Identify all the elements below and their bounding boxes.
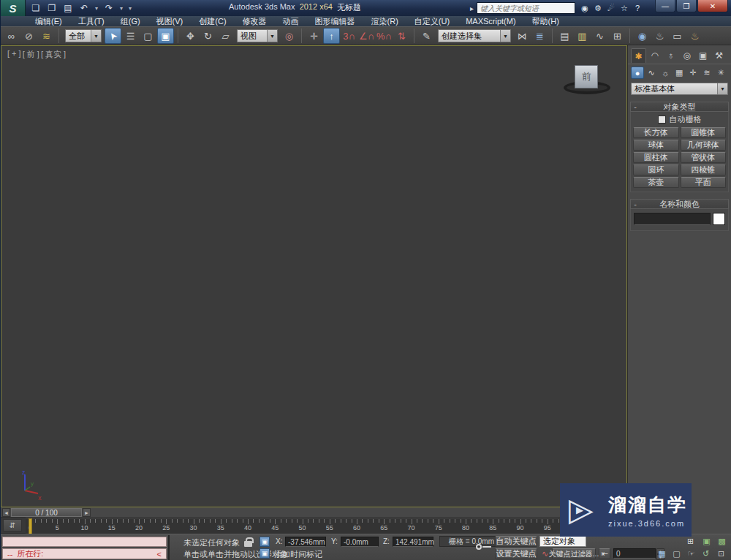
snaps-toggle-icon[interactable]: ↑ xyxy=(323,28,340,44)
schematic-view-icon[interactable]: ⊞ xyxy=(609,28,626,44)
menu-customize[interactable]: 自定义(U) xyxy=(406,16,458,26)
undo-icon[interactable]: ↶ xyxy=(77,1,91,15)
go-to-start-button[interactable]: ⇤ xyxy=(599,548,610,559)
wrench-icon[interactable]: ⚙ xyxy=(591,4,605,13)
current-frame-field[interactable]: 0 xyxy=(613,548,656,559)
communication-center-icon[interactable]: ☄ xyxy=(605,4,618,13)
menu-views[interactable]: 视图(V) xyxy=(148,16,192,26)
key-mode-toggle-icon[interactable]: ▦ xyxy=(656,548,668,559)
zoom-region-icon[interactable]: ▢ xyxy=(670,548,683,559)
set-key-button[interactable]: 设置关键点 xyxy=(495,548,537,559)
previous-frame-button[interactable]: ◄ xyxy=(2,508,10,517)
bind-to-space-warp-icon[interactable]: ≋ xyxy=(38,28,55,44)
selection-lock-icon[interactable] xyxy=(244,541,252,547)
viewport-view-label[interactable]: [ 前 ] xyxy=(23,49,39,60)
primitive-button-cone[interactable]: 圆锥体 xyxy=(681,127,726,138)
tab-hierarchy[interactable]: ♁ xyxy=(663,48,678,63)
menu-maxscript[interactable]: MAXScript(M) xyxy=(458,16,523,26)
rollout-object-type[interactable]: - 对象类型 xyxy=(630,102,729,112)
tab-create[interactable]: ✱ xyxy=(631,48,646,63)
autogrid-checkbox[interactable] xyxy=(658,116,666,124)
primitive-button-tube[interactable]: 管状体 xyxy=(681,152,726,163)
viewcube-cube[interactable]: 前 xyxy=(575,65,598,88)
primitive-button-cylinder[interactable]: 圆柱体 xyxy=(633,152,678,163)
maximize-button[interactable]: ❐ xyxy=(676,0,697,12)
time-slider-handle[interactable]: 0 / 100 xyxy=(11,508,82,517)
zoom-extents-all-icon[interactable]: ▩ xyxy=(716,536,728,547)
x-coord-field[interactable]: -37.546mm xyxy=(285,537,326,547)
favorites-star-icon[interactable]: ☆ xyxy=(618,4,631,13)
viewport[interactable]: [ + ][ 前 ][ 真实 ] 前 z x y xyxy=(1,45,627,507)
select-and-link-icon[interactable]: ∞ xyxy=(3,28,20,44)
primitive-type-combo[interactable]: 标准基本体 ▼ xyxy=(631,83,728,95)
menu-help[interactable]: 帮助(H) xyxy=(524,16,567,26)
viewport-menu-plus[interactable]: [ + ] xyxy=(7,49,21,60)
maxscript-mini-listener[interactable]: -- 所在行: < xyxy=(1,535,170,560)
object-color-swatch[interactable] xyxy=(713,213,725,225)
use-center-icon[interactable]: ◎ xyxy=(281,28,298,44)
close-button[interactable]: ✕ xyxy=(697,0,728,12)
rollout-name-and-color[interactable]: - 名称和颜色 xyxy=(630,199,729,209)
pan-view-icon[interactable]: ☞ xyxy=(685,548,697,559)
new-scene-icon[interactable]: ❏ xyxy=(29,1,43,15)
rectangular-selection-region-icon[interactable]: ▢ xyxy=(140,28,156,44)
select-by-name-icon[interactable]: ☰ xyxy=(122,28,139,44)
listener-field[interactable]: -- 所在行: < xyxy=(2,548,167,559)
save-file-icon[interactable]: ▤ xyxy=(61,1,75,15)
curve-editor-icon[interactable]: ∿ xyxy=(591,28,608,44)
key-filters-button[interactable]: 关键点过滤器... xyxy=(552,548,596,559)
open-mini-curve-editor-button[interactable]: ⇵ xyxy=(3,519,22,531)
window-crossing-icon[interactable]: ▣ xyxy=(157,28,174,44)
render-setup-icon[interactable]: ♨ xyxy=(651,28,668,44)
open-file-icon[interactable]: ❐ xyxy=(45,1,59,15)
primitive-button-teapot[interactable]: 茶壶 xyxy=(633,177,678,188)
zoom-extents-mode-icon[interactable]: ⊞ xyxy=(684,536,697,547)
category-shapes[interactable]: ∿ xyxy=(645,67,658,79)
next-frame-button[interactable]: ► xyxy=(83,508,91,517)
qat-customize-icon[interactable]: ▾ xyxy=(126,1,134,15)
select-and-scale-icon[interactable]: ▱ xyxy=(217,28,234,44)
snap-angle-icon[interactable]: ∠∩ xyxy=(358,28,375,44)
primitive-button-sphere[interactable]: 球体 xyxy=(633,140,678,151)
category-helpers[interactable]: ✛ xyxy=(686,67,700,79)
primitive-button-torus[interactable]: 圆环 xyxy=(633,164,678,175)
undo-dropdown-icon[interactable]: ▾ xyxy=(93,1,100,15)
select-and-move-icon[interactable]: ✥ xyxy=(182,28,199,44)
category-cameras[interactable]: ▦ xyxy=(673,67,686,79)
category-lights[interactable]: ☼ xyxy=(659,67,672,79)
reference-coordinate-system-combo[interactable]: 视图▼ xyxy=(237,29,278,42)
primitive-button-plane[interactable]: 平面 xyxy=(681,177,726,188)
time-slider[interactable]: ◄ 0 / 100 ► xyxy=(1,507,627,518)
menu-group[interactable]: 组(G) xyxy=(113,16,148,26)
align-icon[interactable]: ≣ xyxy=(531,28,548,44)
redo-dropdown-icon[interactable]: ▾ xyxy=(118,1,125,15)
menu-rendering[interactable]: 渲染(R) xyxy=(363,16,406,26)
material-editor-icon[interactable]: ◉ xyxy=(634,28,651,44)
mirror-icon[interactable]: ⋈ xyxy=(514,28,531,44)
redo-icon[interactable]: ↷ xyxy=(102,1,116,15)
category-geometry[interactable]: ● xyxy=(631,67,644,79)
macro-recorder-field[interactable] xyxy=(2,537,167,547)
category-systems[interactable]: ✳ xyxy=(714,67,727,79)
menu-create[interactable]: 创建(C) xyxy=(191,16,234,26)
select-object-icon[interactable]: ➤ xyxy=(105,28,121,44)
zoom-extents-icon[interactable]: ▣ xyxy=(700,536,713,547)
search-go-icon[interactable]: ▸ xyxy=(470,4,474,12)
layer-manager-icon[interactable]: ▤ xyxy=(556,28,573,44)
track-bar-ruler[interactable]: 0510152025303540455055606570758085909510… xyxy=(26,518,626,534)
tab-display[interactable]: ▣ xyxy=(695,48,711,63)
minimize-button[interactable]: — xyxy=(655,0,675,12)
menu-graph-editors[interactable]: 图形编辑器 xyxy=(307,16,363,26)
tab-utilities[interactable]: ⚒ xyxy=(711,48,727,63)
object-name-input[interactable] xyxy=(634,213,711,225)
tab-motion[interactable]: ◎ xyxy=(679,48,694,63)
menu-tools[interactable]: 工具(T) xyxy=(70,16,113,26)
absolute-offset-mode-icon[interactable]: ▣ xyxy=(260,537,270,547)
maximize-viewport-toggle-icon[interactable]: ⊡ xyxy=(715,548,727,559)
primitive-button-box[interactable]: 长方体 xyxy=(633,127,678,138)
named-selection-sets-combo[interactable]: 创建选择集▼ xyxy=(438,29,511,42)
auto-key-button[interactable]: 自动关键点 xyxy=(495,536,537,547)
y-coord-field[interactable]: -0.0mm xyxy=(341,537,379,547)
selection-filter-combo[interactable]: 全部▼ xyxy=(65,29,102,42)
rendered-frame-window-icon[interactable]: ▭ xyxy=(669,28,686,44)
